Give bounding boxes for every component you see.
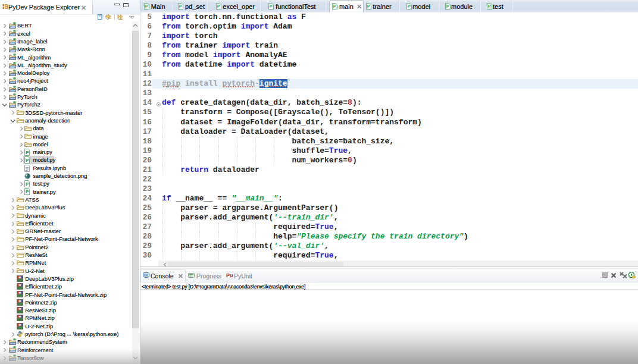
svg-text:P: P xyxy=(26,181,29,187)
svg-text:P: P xyxy=(367,4,370,9)
svg-text:P: P xyxy=(26,158,29,163)
svg-text:P: P xyxy=(270,4,273,9)
svg-text:P: P xyxy=(26,150,29,155)
svg-text:P: P xyxy=(408,4,411,9)
svg-text:P: P xyxy=(217,4,220,9)
svg-text:P: P xyxy=(179,4,182,9)
svg-text:P: P xyxy=(446,4,449,9)
svg-text:P: P xyxy=(333,4,336,9)
svg-text:P: P xyxy=(26,189,29,194)
svg-text:P: P xyxy=(145,4,148,9)
svg-text:P: P xyxy=(488,4,491,9)
